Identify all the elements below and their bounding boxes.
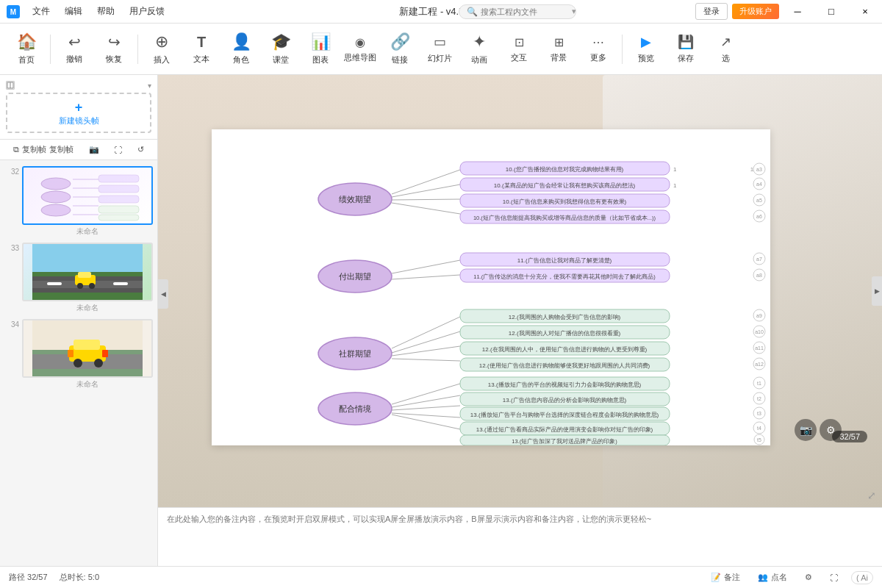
svg-rect-35 (68, 350, 74, 357)
anim-icon: ✦ (473, 32, 486, 51)
svg-point-33 (74, 359, 82, 368)
slide-list: 32 (0, 160, 157, 566)
tool-bg[interactable]: ⊞ 背景 (539, 26, 578, 72)
tool-more-label: 更多 (590, 52, 606, 63)
notes-button[interactable]: 📝 备注 (706, 570, 745, 584)
tool-bg-label: 背景 (551, 52, 567, 63)
preview-icon: ▶ (641, 34, 651, 50)
menu-feedback[interactable]: 用户反馈 (123, 2, 171, 21)
slide-item-33[interactable]: 33 (3, 240, 154, 316)
tool-home[interactable]: 🏠 首页 (7, 26, 46, 72)
text-icon: T (197, 34, 206, 51)
svg-text:a3: a3 (756, 167, 762, 172)
svg-rect-23 (113, 282, 128, 285)
maximize-button[interactable]: □ (814, 0, 848, 24)
tool-text[interactable]: T 文本 (182, 26, 220, 72)
tool-interact[interactable]: ⊡ 交互 (500, 26, 538, 72)
rotate-btn[interactable]: ↺ (137, 144, 144, 155)
expand-notes-button[interactable]: ⤢ (867, 490, 876, 501)
close-button[interactable]: × (848, 0, 882, 24)
slide-item-32[interactable]: 32 (3, 163, 154, 240)
svg-text:10.(某商品的短广告会经常让我有想购买该商品的想法): 10.(某商品的短广告会经常让我有想购买该商品的想法) (493, 182, 635, 189)
fullscreen-status-btn[interactable]: ⛶ (825, 572, 842, 584)
menu-edit[interactable]: 编辑 (59, 2, 88, 21)
slide-num-33: 33 (4, 243, 19, 252)
svg-text:10.(您广告播报的信息对我完成购物结果有用): 10.(您广告播报的信息对我完成购物结果有用) (505, 166, 623, 173)
search-input[interactable] (481, 7, 569, 16)
slide-thumb-33[interactable] (22, 243, 153, 301)
tool-insert[interactable]: ⊕ 插入 (143, 26, 181, 72)
svg-rect-12 (98, 175, 139, 182)
ai-label: ( Ai (856, 573, 868, 582)
collapse-left-icon: ◀ (161, 290, 166, 298)
svg-rect-13 (98, 185, 139, 193)
copy-frame-btn[interactable]: ⧉ 复制帧 复制帧 (13, 144, 74, 155)
tool-link-label: 链接 (392, 54, 408, 65)
toolbar-sep-1 (50, 35, 51, 64)
svg-text:13.(短广告加深了我对送品牌产品的印象): 13.(短广告加深了我对送品牌产品的印象) (512, 438, 617, 445)
chart-icon: 📊 (311, 32, 331, 51)
tool-undo[interactable]: ↩ 撤销 (55, 26, 93, 72)
menu-file[interactable]: 文件 (26, 2, 56, 21)
ai-indicator[interactable]: ( Ai (851, 571, 873, 584)
tool-preview-label: 预览 (638, 53, 654, 64)
right-toggle-button[interactable]: ▶ (872, 276, 882, 306)
new-frame-label: 新建镜头帧 (59, 115, 99, 126)
svg-text:t5: t5 (757, 437, 761, 442)
tool-preview[interactable]: ▶ 预览 (627, 26, 665, 72)
left-collapse-button[interactable]: ◀ (158, 279, 168, 309)
points-button[interactable]: 👥 点名 (753, 570, 792, 584)
slide-item-34[interactable]: 34 (3, 316, 154, 392)
canvas-settings-icon[interactable]: ⚙ (820, 419, 842, 441)
tool-select[interactable]: ↗ 选 (706, 26, 745, 72)
slide-label-32: 未命名 (22, 226, 153, 237)
svg-text:t1: t1 (757, 381, 761, 386)
total-label: 总时长: 5:0 (60, 572, 99, 583)
settings-status-icon: ⚙ (805, 573, 812, 582)
tool-chart-label: 图表 (312, 54, 329, 65)
login-button[interactable]: 登录 (695, 3, 728, 20)
tool-save[interactable]: 💾 保存 (667, 26, 705, 72)
notes-icon: 📝 (711, 573, 721, 582)
tool-home-label: 首页 (18, 54, 35, 65)
copy-icon: ⧉ (13, 145, 19, 154)
tool-slide[interactable]: ▭ 幻灯片 (420, 26, 459, 72)
search-box[interactable]: 🔍 ▾ (459, 4, 576, 19)
fullscreen-status-icon: ⛶ (830, 573, 838, 582)
tool-link[interactable]: 🔗 链接 (381, 26, 419, 72)
upgrade-button[interactable]: 升级账户 (732, 4, 779, 19)
tool-chart[interactable]: 📊 图表 (301, 26, 340, 72)
notes-input[interactable] (167, 514, 873, 558)
search-dropdown-icon[interactable]: ▾ (572, 7, 576, 16)
tool-redo[interactable]: ↪ 恢复 (95, 26, 133, 72)
new-frame-section: ▾ + 新建镜头帧 (0, 75, 157, 140)
frame-tool-1[interactable] (6, 81, 15, 90)
sidebar-scroll-down[interactable]: ▾ (148, 82, 151, 90)
notes-label: 备注 (724, 572, 740, 583)
minimize-button[interactable]: ─ (781, 0, 814, 24)
camera-btn[interactable]: 📷 (89, 144, 99, 155)
toolbar: 🏠 首页 ↩ 撤销 ↪ 恢复 ⊕ 插入 T 文本 👤 角色 🎓 课堂 📊 图表 … (0, 24, 882, 75)
slide-thumb-34[interactable] (22, 319, 153, 378)
tool-undo-label: 撤销 (66, 54, 82, 65)
tool-anim[interactable]: ✦ 动画 (460, 26, 498, 72)
tool-mindmap[interactable]: ◉ 思维导图 (341, 26, 379, 72)
fullscreen-btn[interactable]: ⛶ (114, 144, 122, 155)
menu-help[interactable]: 帮助 (91, 2, 121, 21)
svg-point-9 (41, 178, 71, 190)
toolbar-sep-3 (622, 35, 623, 64)
more-icon: ⋯ (592, 35, 604, 49)
tool-anim-label: 动画 (471, 54, 487, 65)
tool-role[interactable]: 👤 角色 (222, 26, 260, 72)
canvas-area[interactable]: 绩效期望 付出期望 社群期望 配合情境 (158, 75, 882, 507)
settings-status-btn[interactable]: ⚙ (800, 571, 817, 584)
tool-class[interactable]: 🎓 课堂 (262, 26, 300, 72)
svg-point-34 (94, 359, 103, 368)
copy-text: 复制帧 (49, 144, 74, 155)
tool-more[interactable]: ⋯ 更多 (579, 26, 617, 72)
svg-text:13.(广告信息内容品的分析会影响我的购物意思): 13.(广告信息内容品的分析会影响我的购物意思) (502, 397, 626, 404)
slide-thumb-32[interactable] (22, 166, 153, 225)
new-frame-button[interactable]: + 新建镜头帧 (6, 93, 151, 133)
titlebar: M 文件 编辑 帮助 用户反馈 新建工程 - v4.7.101 🔍 ▾ 登录 升… (0, 0, 882, 24)
canvas-camera-icon[interactable]: 📷 (795, 419, 817, 441)
